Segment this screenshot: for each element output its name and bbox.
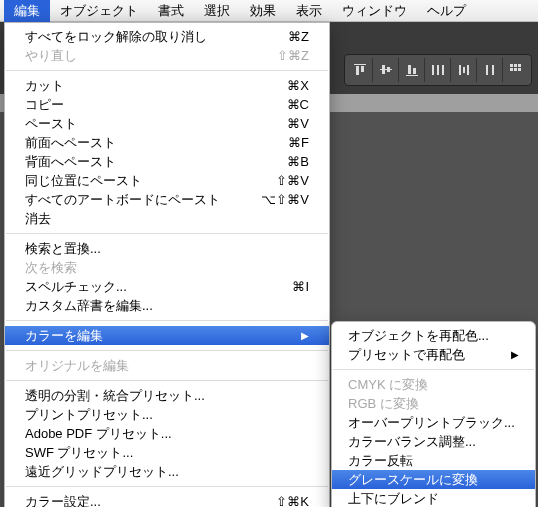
edit-menu-item[interactable]: 前面へペースト⌘F [5,133,329,152]
edit-menu-item-label: すべてのアートボードにペースト [25,190,220,209]
color-submenu-item-label: カラーバランス調整... [348,432,476,451]
color-submenu-item[interactable]: 上下にブレンド [332,489,535,507]
edit-menu-item-label: スペルチェック... [25,277,127,296]
color-submenu-item[interactable]: グレースケールに変換 [332,470,535,489]
menubar-item-window[interactable]: ウィンドウ [332,0,417,22]
edit-menu-item[interactable]: ペースト⌘V [5,114,329,133]
align-top-icon[interactable] [347,58,373,82]
edit-menu-item-label: 消去 [25,209,51,228]
edit-menu-item-label: 背面へペースト [25,152,116,171]
distribute-v-icon[interactable] [477,58,503,82]
menubar: 編集 オブジェクト 書式 選択 効果 表示 ウィンドウ ヘルプ [0,0,538,22]
color-submenu-item[interactable]: カラー反転 [332,451,535,470]
svg-rect-17 [510,64,513,67]
edit-menu-item[interactable]: Adobe PDF プリセット... [5,424,329,443]
svg-rect-18 [514,64,517,67]
grid-options-icon[interactable] [503,58,529,82]
edit-menu-dropdown: すべてをロック解除の取り消し⌘Zやり直し⇧⌘Zカット⌘Xコピー⌘Cペースト⌘V前… [4,22,330,507]
edit-menu-separator [6,350,328,351]
edit-menu-item-shortcut: ⌘C [287,95,309,114]
edit-menu-item-label: 同じ位置にペースト [25,171,142,190]
svg-rect-6 [406,75,418,76]
edit-menu-item-shortcut: ⌘X [287,76,309,95]
edit-menu-item[interactable]: 同じ位置にペースト⇧⌘V [5,171,329,190]
color-submenu-item[interactable]: オブジェクトを再配色... [332,326,535,345]
edit-menu-item[interactable]: SWF プリセット... [5,443,329,462]
color-submenu-item[interactable]: オーバープリントブラック... [332,413,535,432]
edit-menu-item-label: Adobe PDF プリセット... [25,424,172,443]
svg-rect-13 [463,67,465,73]
edit-menu-item-shortcut: ⇧⌘Z [277,46,309,65]
edit-menu-item: やり直し⇧⌘Z [5,46,329,65]
edit-menu-item[interactable]: 遠近グリッドプリセット... [5,462,329,481]
distribute-hc-icon[interactable] [451,58,477,82]
svg-rect-10 [437,65,439,75]
svg-rect-0 [354,64,366,65]
edit-menu-item[interactable]: カット⌘X [5,76,329,95]
color-submenu-item-label: グレースケールに変換 [348,470,478,489]
color-submenu-separator [333,369,534,370]
menubar-item-edit[interactable]: 編集 [4,0,50,22]
svg-rect-2 [361,66,364,72]
edit-menu-item-label: SWF プリセット... [25,443,133,462]
svg-rect-15 [486,65,488,75]
edit-menu-item[interactable]: カスタム辞書を編集... [5,296,329,315]
svg-rect-21 [514,68,517,71]
edit-menu-item-label: オリジナルを編集 [25,356,129,375]
edit-menu-item-label: 遠近グリッドプリセット... [25,462,179,481]
svg-rect-8 [413,68,416,74]
svg-rect-22 [518,68,521,71]
edit-menu-item[interactable]: すべてのアートボードにペースト⌥⇧⌘V [5,190,329,209]
menubar-item-view[interactable]: 表示 [286,0,332,22]
edit-menu-item-shortcut: ⇧⌘V [276,171,309,190]
edit-menu-item[interactable]: 検索と置換... [5,239,329,258]
edit-menu-item-label: カラー設定... [25,492,101,507]
align-vcenter-icon[interactable] [373,58,399,82]
svg-rect-14 [467,65,469,75]
svg-rect-12 [459,65,461,75]
edit-menu-item[interactable]: プリントプリセット... [5,405,329,424]
edit-menu-separator [6,486,328,487]
edit-menu-item[interactable]: すべてをロック解除の取り消し⌘Z [5,27,329,46]
submenu-arrow-icon: ▶ [511,345,519,364]
menubar-item-effect[interactable]: 効果 [240,0,286,22]
edit-menu-item[interactable]: コピー⌘C [5,95,329,114]
edit-menu-separator [6,233,328,234]
svg-rect-4 [382,65,385,74]
edit-menu-separator [6,320,328,321]
menubar-item-select[interactable]: 選択 [194,0,240,22]
color-submenu-item: CMYK に変換 [332,375,535,394]
color-submenu-item-label: オーバープリントブラック... [348,413,515,432]
distribute-h-icon[interactable] [425,58,451,82]
menubar-item-object[interactable]: オブジェクト [50,0,148,22]
edit-menu-item[interactable]: スペルチェック...⌘I [5,277,329,296]
menubar-item-help[interactable]: ヘルプ [417,0,476,22]
color-submenu-item[interactable]: プリセットで再配色▶ [332,345,535,364]
edit-menu-item-label: 透明の分割・統合プリセット... [25,386,205,405]
edit-menu-item-label: プリントプリセット... [25,405,153,424]
edit-menu-item-shortcut: ⌘V [287,114,309,133]
svg-rect-16 [492,65,494,75]
edit-menu-item[interactable]: カラー設定...⇧⌘K [5,492,329,507]
edit-menu-separator [6,380,328,381]
align-bottom-icon[interactable] [399,58,425,82]
edit-menu-item[interactable]: 透明の分割・統合プリセット... [5,386,329,405]
menubar-item-type[interactable]: 書式 [148,0,194,22]
edit-menu-item[interactable]: 消去 [5,209,329,228]
edit-menu-item-label: ペースト [25,114,77,133]
edit-menu-item-shortcut: ⌘I [292,277,309,296]
edit-menu-item[interactable]: カラーを編集▶ [5,326,329,345]
edit-menu-item-shortcut: ⌘F [288,133,309,152]
svg-rect-19 [518,64,521,67]
svg-rect-3 [380,69,392,70]
align-toolbar [344,54,532,86]
svg-rect-1 [356,66,359,75]
edit-menu-item-label: 検索と置換... [25,239,101,258]
edit-menu-item-shortcut: ⌥⇧⌘V [261,190,309,209]
color-submenu-item[interactable]: カラーバランス調整... [332,432,535,451]
edit-menu-item: 次を検索 [5,258,329,277]
edit-menu-item-shortcut: ⇧⌘K [276,492,309,507]
edit-menu-item[interactable]: 背面へペースト⌘B [5,152,329,171]
svg-rect-5 [387,67,390,72]
edit-color-submenu: オブジェクトを再配色...プリセットで再配色▶CMYK に変換RGB に変換オー… [331,321,536,507]
